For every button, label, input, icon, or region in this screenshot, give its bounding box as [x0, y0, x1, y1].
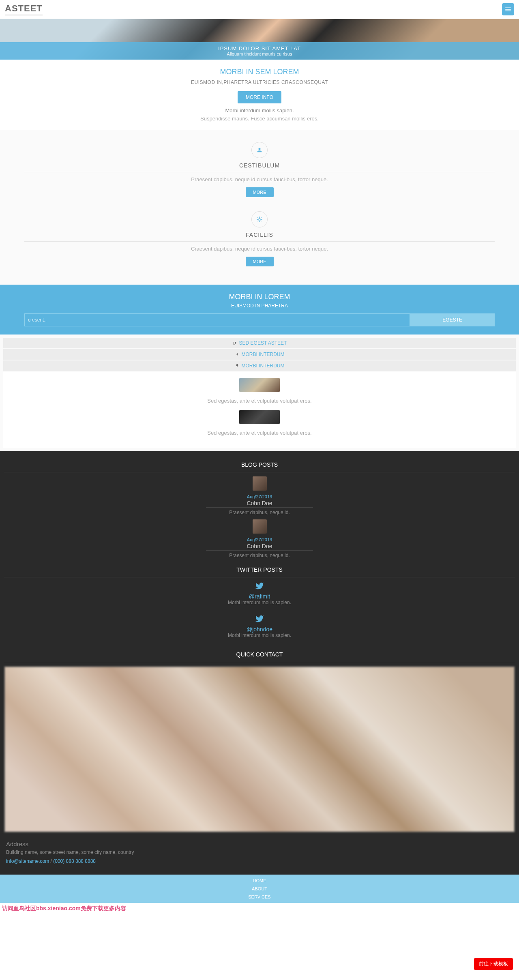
- feature-cestibulum: CESTIBULUM Praesent dapibus, neque id cu…: [0, 138, 519, 207]
- cta-title: MORBI IN LOREM: [24, 293, 495, 301]
- twitter-handle[interactable]: @rafimit: [4, 593, 515, 600]
- tab-panel: Sed egestas, ante et vulputate volutpat …: [3, 372, 516, 448]
- intro-text: Suspendisse mauris. Fusce accumsan molli…: [4, 116, 515, 122]
- features-section: CESTIBULUM Praesent dapibus, neque id cu…: [0, 130, 519, 285]
- post-excerpt: Praesent dapibus, neque id.: [4, 510, 515, 515]
- avatar: [253, 476, 267, 491]
- contact-title: QUICK CONTACT: [4, 647, 515, 662]
- twitter-post: @johndoe Morbi interdum mollis sapien.: [4, 614, 515, 647]
- more-button[interactable]: MORE: [246, 257, 274, 266]
- more-button[interactable]: MORE: [246, 187, 274, 197]
- user-icon: [251, 142, 268, 158]
- map[interactable]: [4, 666, 515, 832]
- twitter-text: Morbi interdum mollis sapien.: [4, 600, 515, 605]
- cta-subtitle: EUISMOD IN PHARETRA: [24, 303, 495, 309]
- cta-submit-button[interactable]: EGESTE: [410, 313, 495, 326]
- intro-subheading: EUISMOD IN,PHARETRA ULTRICIES CRASCONSEQ…: [4, 79, 515, 85]
- hero-banner: IPSUM DOLOR SIT AMET LAT Aliquam tincidu…: [0, 19, 519, 60]
- footer: BLOG POSTS Aug/27/2013 Cohn Doe Praesent…: [0, 451, 519, 875]
- feature-facillis: FACILLIS Craesent dapibus, neque id curs…: [0, 207, 519, 277]
- tab-morbi-2[interactable]: MORBI INTERDUM: [3, 360, 516, 371]
- bottom-nav: HOME ABOUT SERVICES: [0, 875, 519, 903]
- post-author[interactable]: Cohn Doe: [206, 499, 313, 508]
- tab-text: Sed egestas, ante et vulputate volutpat …: [9, 398, 510, 404]
- feature-text: Craesent dapibus, neque id cursus fauci-…: [24, 246, 495, 252]
- post-excerpt: Praesent dapibus, neque id.: [4, 553, 515, 558]
- hero-title: IPSUM DOLOR SIT AMET LAT: [0, 45, 519, 51]
- more-info-button[interactable]: MORE INFO: [238, 91, 281, 103]
- intro-section: MORBI IN SEM LOREM EUISMOD IN,PHARETRA U…: [0, 60, 519, 130]
- nav-services[interactable]: SERVICES: [0, 893, 519, 901]
- cta-input[interactable]: [24, 313, 410, 326]
- tab-text: Sed egestas, ante et vulputate volutpat …: [9, 430, 510, 436]
- twitter-text: Morbi interdum mollis sapien.: [4, 633, 515, 638]
- blog-post: Aug/27/2013 Cohn Doe Praesent dapibus, n…: [4, 476, 515, 519]
- gear-icon: [251, 211, 268, 227]
- twitter-post: @rafimit Morbi interdum mollis sapien.: [4, 581, 515, 614]
- blog-post: Aug/27/2013 Cohn Doe Praesent dapibus, n…: [4, 519, 515, 562]
- feature-title: FACILLIS: [24, 232, 495, 238]
- cta-section: MORBI IN LOREM EUISMOD IN PHARETRA EGEST…: [0, 285, 519, 335]
- tab-image: [239, 378, 280, 392]
- twitter-title: TWITTER POSTS: [4, 562, 515, 577]
- logo[interactable]: ASTEET: [5, 3, 43, 15]
- feature-title: CESTIBULUM: [24, 162, 495, 169]
- header: ASTEET: [0, 0, 519, 19]
- watermark: 访问血鸟社区bbs.xieniao.com免费下载更多内容: [0, 903, 519, 914]
- intro-link[interactable]: Morbi interdum mollis sapien.: [4, 107, 515, 114]
- twitter-handle[interactable]: @johndoe: [4, 626, 515, 633]
- menu-button[interactable]: [502, 3, 514, 15]
- svg-point-0: [259, 219, 260, 220]
- tabs-section: SED EGEST ASTEET MORBI INTERDUM MORBI IN…: [0, 335, 519, 451]
- feature-text: Praesent dapibus, neque id cursus fauci-…: [24, 176, 495, 182]
- post-author[interactable]: Cohn Doe: [206, 542, 313, 551]
- tab-image: [239, 410, 280, 424]
- twitter-icon: [255, 581, 264, 592]
- intro-heading: MORBI IN SEM LOREM: [4, 68, 515, 76]
- blog-title: BLOG POSTS: [4, 457, 515, 472]
- email-link[interactable]: info@sitename.com: [6, 858, 49, 864]
- nav-home[interactable]: HOME: [0, 877, 519, 885]
- phone-link[interactable]: (000) 888 888 8888: [53, 858, 96, 864]
- hero-subtitle: Aliquam tincidunt mauris cu risus: [0, 51, 519, 56]
- address-block: Address Building name, some street name,…: [4, 836, 515, 868]
- address-text: Building name, some street name, some ci…: [6, 849, 513, 855]
- hero-overlay: IPSUM DOLOR SIT AMET LAT Aliquam tincidu…: [0, 42, 519, 60]
- twitter-icon: [255, 614, 264, 625]
- hamburger-icon: [504, 6, 512, 13]
- post-date: Aug/27/2013: [4, 494, 515, 499]
- tab-sed-egest[interactable]: SED EGEST ASTEET: [3, 338, 516, 348]
- nav-about[interactable]: ABOUT: [0, 885, 519, 893]
- tab-morbi-1[interactable]: MORBI INTERDUM: [3, 349, 516, 360]
- post-date: Aug/27/2013: [4, 537, 515, 542]
- avatar: [253, 519, 267, 534]
- address-title: Address: [6, 841, 513, 847]
